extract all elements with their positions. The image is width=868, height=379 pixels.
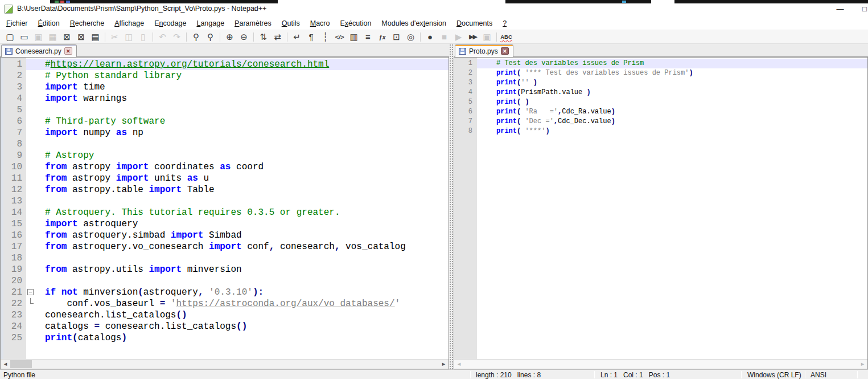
close-all-icon[interactable]: ⊠ (74, 31, 88, 43)
scroll-left-arrow-icon[interactable]: ◂ (1, 360, 10, 369)
code-line-21[interactable]: 21if not minversion(astroquery, '0.3.10'… (1, 287, 449, 298)
code-line-15[interactable]: 15import astroquery (1, 218, 449, 230)
code-line-6[interactable]: 6# Third-party software (1, 116, 449, 127)
fold-margin[interactable] (26, 298, 35, 309)
code-line-3[interactable]: 3print('' ) (454, 78, 867, 88)
menu-item-recherche[interactable]: Recherche (65, 18, 109, 30)
open-file-icon[interactable]: ▭ (17, 31, 31, 43)
code-line-3[interactable]: 3import time (1, 81, 449, 93)
code-line-13[interactable]: 13 (1, 195, 449, 207)
zoom-out-icon[interactable]: ⊖ (237, 31, 251, 43)
code-line-17[interactable]: 17from astroquery.vo_conesearch import c… (1, 241, 449, 252)
close-icon[interactable]: ⊠ (60, 31, 74, 43)
code-line-20[interactable]: 20 (1, 275, 449, 287)
code-text[interactable]: catalogs = conesearch.list_catalogs() (35, 321, 449, 332)
code-text[interactable]: print( 'Dec =',Cdc_Dec.value) (488, 117, 867, 127)
code-line-10[interactable]: 10from astropy import coordinates as coo… (1, 161, 449, 173)
spell-check-icon[interactable]: ABC (499, 31, 513, 43)
code-line-5[interactable]: 5 (1, 104, 449, 116)
code-text[interactable]: from astroquery.simbad import Simbad (35, 230, 449, 241)
menu-item-macro[interactable]: Macro (305, 18, 335, 30)
code-text[interactable]: from astropy import units as u (35, 173, 449, 184)
menu-item-ex-cution[interactable]: Exécution (335, 18, 376, 30)
code-text[interactable]: from astropy.utils import minversion (35, 264, 449, 275)
code-text[interactable]: from astroquery.vo_conesearch import con… (35, 241, 449, 252)
menu-item--[interactable]: ? (497, 18, 512, 30)
code-text[interactable]: # Astroquery. This tutorial requires 0.3… (35, 207, 449, 218)
code-line-4[interactable]: 4import warnings (1, 93, 449, 104)
zoom-in-icon[interactable]: ⊕ (223, 31, 237, 43)
code-line-18[interactable]: 18 (1, 252, 449, 264)
code-line-1[interactable]: 1# Test des variables issues de Prism (454, 59, 867, 68)
code-text[interactable]: import time (35, 81, 449, 93)
code-text[interactable]: # Test des variables issues de Prism (488, 59, 867, 68)
fold-margin[interactable] (26, 287, 35, 298)
code-text[interactable]: # Astropy (35, 150, 449, 161)
code-text[interactable] (35, 104, 449, 116)
code-text[interactable]: # Third-party software (35, 116, 449, 127)
code-line-22[interactable]: 22 conf.vos_baseurl = 'https://astrocond… (1, 298, 449, 309)
hscrollbar-left[interactable]: ◂ ▸ (1, 359, 449, 369)
replace-icon[interactable]: ⚲ (203, 31, 217, 43)
code-text[interactable]: print(PrismPath.value ) (488, 88, 867, 97)
define-language-icon[interactable]: </> (332, 31, 347, 43)
code-text[interactable]: import warnings (35, 93, 449, 104)
code-text[interactable]: from astropy import coordinates as coord (35, 161, 449, 173)
document-map-icon[interactable]: ▥ (347, 31, 361, 43)
code-line-2[interactable]: 2print( '*** Test des variables issues d… (454, 68, 867, 78)
find-icon[interactable]: ⚲ (189, 31, 203, 43)
menu-item-affichage[interactable]: Affichage (109, 18, 149, 30)
code-text[interactable]: conf.vos_baseurl = 'https://astroconda.o… (35, 298, 449, 309)
code-line-6[interactable]: 6print( 'Ra =',Cdc_Ra.value) (454, 107, 867, 117)
pane-splitter[interactable] (449, 44, 454, 369)
sync-vertical-scrolling-icon[interactable]: ⇅ (256, 31, 270, 43)
menu-item-documents[interactable]: Documents (451, 18, 497, 30)
code-text[interactable]: if not minversion(astroquery, '0.3.10'): (35, 287, 449, 298)
menu-item--dition[interactable]: Édition (33, 18, 65, 30)
tab-close-icon[interactable]: ✕ (64, 47, 72, 55)
code-line-11[interactable]: 11from astropy import units as u (1, 173, 449, 184)
code-text[interactable]: # Python standard library (35, 70, 449, 81)
code-line-19[interactable]: 19from astropy.utils import minversion (1, 264, 449, 275)
code-line-1[interactable]: 1#https://learn.astropy.org/tutorials/co… (1, 59, 449, 70)
code-line-16[interactable]: 16from astroquery.simbad import Simbad (1, 230, 449, 241)
menu-item-modules-d-extension[interactable]: Modules d'extension (376, 18, 451, 30)
code-area-right[interactable]: 1# Test des variables issues de Prism2pr… (454, 59, 867, 136)
code-line-24[interactable]: 24catalogs = conesearch.list_catalogs() (1, 321, 449, 332)
code-line-23[interactable]: 23conesearch.list_catalogs() (1, 309, 449, 321)
sync-horizontal-scrolling-icon[interactable]: ⇄ (270, 31, 285, 43)
hscrollbar-right[interactable]: ◂ ▸ (454, 359, 867, 369)
code-line-8[interactable]: 8 (1, 138, 449, 150)
minimize-button[interactable]: — (829, 2, 851, 17)
run-macro-multiple-times-icon[interactable]: ▶▶ (466, 31, 480, 43)
code-text[interactable]: import astroquery (35, 218, 449, 230)
code-line-7[interactable]: 7import numpy as np (1, 127, 449, 138)
scroll-right-arrow-icon[interactable]: ▸ (439, 360, 449, 369)
folder-as-workspace-icon[interactable]: ⊡ (389, 31, 404, 43)
record-macro-icon[interactable]: ● (423, 31, 437, 43)
code-text[interactable]: print(catalogs) (35, 332, 449, 344)
code-text[interactable] (35, 195, 449, 207)
editor-left[interactable]: 1#https://learn.astropy.org/tutorials/co… (1, 58, 449, 359)
code-text[interactable]: import numpy as np (35, 127, 449, 138)
function-list-icon[interactable]: ƒx (375, 31, 389, 43)
code-area-left[interactable]: 1#https://learn.astropy.org/tutorials/co… (1, 59, 449, 344)
code-line-2[interactable]: 2# Python standard library (1, 70, 449, 81)
maximize-button[interactable]: □ (854, 2, 868, 17)
code-line-5[interactable]: 5print( ) (454, 97, 867, 107)
code-line-12[interactable]: 12from astropy.table import Table (1, 184, 449, 195)
hscroll-thumb[interactable] (10, 360, 32, 368)
document-list-icon[interactable]: ≡ (361, 31, 375, 43)
indent-guide-icon[interactable]: ┆ (318, 31, 332, 43)
word-wrap-icon[interactable]: ↵ (290, 31, 304, 43)
monitoring-icon[interactable]: ◎ (404, 31, 418, 43)
code-text[interactable]: print( 'Ra =',Cdc_Ra.value) (488, 107, 867, 117)
code-line-9[interactable]: 9# Astropy (1, 150, 449, 161)
scroll-right-arrow-icon[interactable]: ▸ (858, 360, 867, 369)
code-text[interactable] (35, 275, 449, 287)
menu-item-encodage[interactable]: Encodage (149, 18, 191, 30)
code-line-4[interactable]: 4print(PrismPath.value ) (454, 88, 867, 97)
fold-collapse-icon[interactable] (27, 289, 34, 295)
code-text[interactable]: print('' ) (488, 78, 867, 88)
print-icon[interactable]: ▤ (88, 31, 102, 43)
